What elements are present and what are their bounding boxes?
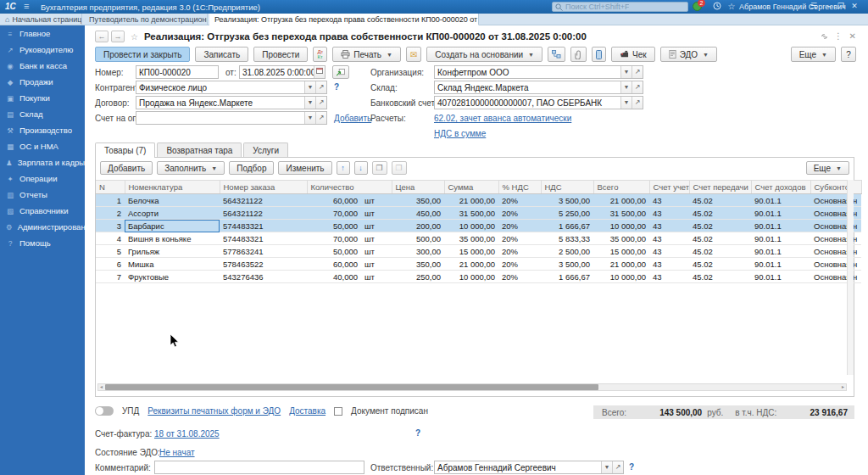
document-more-button[interactable]: Еще▼: [791, 47, 836, 62]
cell-total[interactable]: 21 000,00: [593, 258, 649, 271]
column-header[interactable]: Цена: [392, 181, 444, 194]
cell-subconto[interactable]: Основная н: [810, 271, 861, 283]
cell-vat_rate[interactable]: 20%: [498, 232, 541, 245]
sidebar-item-cash[interactable]: ◉Банк и касса: [0, 58, 85, 74]
cell-unit[interactable]: шт: [361, 220, 392, 232]
cell-name[interactable]: Вишня в коньяке: [125, 232, 220, 245]
cell-price[interactable]: 450,00: [392, 207, 444, 220]
cell-n[interactable]: 4: [96, 232, 125, 245]
cell-unit[interactable]: шт: [361, 232, 392, 245]
responsible-field[interactable]: Абрамов Геннадий Сергеевич ▼ ↗: [434, 461, 624, 474]
cell-qty[interactable]: 60,000: [307, 194, 361, 207]
cell-unit[interactable]: шт: [361, 258, 392, 271]
scrollbar-thumb[interactable]: [105, 384, 598, 390]
cell-income_account[interactable]: 90.01.1: [751, 245, 810, 258]
cell-income_account[interactable]: 90.01.1: [751, 220, 810, 232]
open-icon[interactable]: ↗: [632, 66, 643, 78]
cell-n[interactable]: 3: [96, 220, 125, 232]
item-tab[interactable]: Товары (7): [95, 142, 155, 158]
column-header[interactable]: % НДС: [498, 181, 541, 194]
table-more-button[interactable]: Еще▼: [806, 161, 849, 175]
cell-vat_rate[interactable]: 20%: [498, 207, 541, 220]
sidebar-item-reports[interactable]: ▥Отчеты: [0, 187, 85, 203]
cell-total[interactable]: 35 000,00: [593, 232, 649, 245]
service-menu-icon[interactable]: ☴: [809, 1, 819, 12]
item-tab[interactable]: Возвратная тара: [157, 142, 242, 158]
open-icon[interactable]: ↗: [612, 461, 623, 473]
edo-button[interactable]: ЭДО▼: [660, 47, 717, 62]
dropdown-icon[interactable]: ▼: [601, 461, 612, 473]
cell-price[interactable]: 500,00: [392, 232, 444, 245]
cell-sum[interactable]: 21 000,00: [444, 194, 498, 207]
dropdown-icon[interactable]: ▼: [304, 81, 315, 93]
delivery-link[interactable]: Доставка: [289, 406, 326, 416]
cell-n[interactable]: 1: [96, 194, 125, 207]
cell-price[interactable]: 300,00: [392, 245, 444, 258]
sidebar-item-sales[interactable]: ◆Продажи: [0, 74, 85, 90]
global-search-input[interactable]: Поиск Ctrl+Shift+F: [552, 2, 688, 12]
copy-icon[interactable]: ❐: [372, 161, 387, 175]
open-icon[interactable]: ↗: [315, 112, 326, 124]
vertical-scrollbar[interactable]: [847, 180, 854, 375]
open-icon[interactable]: ↗: [632, 97, 643, 109]
responsible-help-icon[interactable]: ?: [629, 462, 634, 472]
add-invoice-link[interactable]: Добавить: [334, 114, 371, 123]
table-fill-button[interactable]: Заполнить▼: [157, 161, 225, 175]
cell-qty[interactable]: 40,000: [307, 271, 361, 283]
sidebar-item-help[interactable]: ?Помощь: [0, 235, 85, 251]
close-window-button[interactable]: ✕: [849, 1, 860, 12]
cell-subconto[interactable]: Основная н: [810, 258, 861, 271]
cell-order[interactable]: 577863241: [220, 245, 307, 258]
cell-vat_rate[interactable]: 20%: [498, 220, 541, 232]
cell-subconto[interactable]: Основная н: [810, 194, 861, 207]
save-button[interactable]: Записать: [195, 47, 248, 62]
sidebar-item-production[interactable]: ⚒Производство: [0, 122, 85, 138]
cell-income_account[interactable]: 90.01.1: [751, 271, 810, 283]
cell-transfer_account[interactable]: 45.02: [689, 245, 751, 258]
cell-n[interactable]: 2: [96, 207, 125, 220]
table-row[interactable]: 4Вишня в коньяке57448332170,000шт500,003…: [96, 232, 861, 245]
warehouse-field[interactable]: Склад Яндекс.Маркета ▼ ↗: [434, 81, 643, 94]
table-row[interactable]: 6Мишка57846352260,000шт350,0021 000,0020…: [96, 258, 861, 271]
scroll-right-icon[interactable]: ▸: [840, 384, 846, 390]
scroll-left-icon[interactable]: ◂: [98, 384, 104, 390]
forward-button[interactable]: →: [111, 31, 125, 42]
sidebar-item-catalogs[interactable]: ▧Справочники: [0, 203, 85, 219]
cell-order[interactable]: 578463522: [220, 258, 307, 271]
table-row[interactable]: 2Ассорти56432112270,000шт450,0031 500,00…: [96, 207, 861, 220]
cell-name[interactable]: Грильяж: [125, 245, 220, 258]
cell-total[interactable]: 21 000,00: [593, 194, 649, 207]
favorite-star-icon[interactable]: ☆: [131, 32, 138, 42]
cell-name[interactable]: Белочка: [125, 194, 220, 207]
upd-toggle[interactable]: [95, 406, 114, 416]
cell-vat[interactable]: 3 500,00: [541, 194, 593, 207]
sidebar-item-warehouse[interactable]: ▤Склад: [0, 106, 85, 122]
print-button[interactable]: Печать▼: [332, 47, 401, 62]
sidebar-item-purchases[interactable]: ▣Покупки: [0, 90, 85, 106]
check-receipt-button[interactable]: Чек: [611, 47, 655, 62]
more-dots-icon[interactable]: ⋮: [834, 31, 843, 41]
open-icon[interactable]: ↗: [315, 81, 326, 93]
cell-total[interactable]: 10 000,00: [593, 220, 649, 232]
send-email-button[interactable]: ✉: [406, 47, 421, 62]
cell-total[interactable]: 31 500,00: [593, 207, 649, 220]
column-header[interactable]: Номер заказа: [220, 181, 307, 194]
cell-order[interactable]: 564321122: [220, 207, 307, 220]
cell-vat_rate[interactable]: 20%: [498, 271, 541, 283]
sidebar-item-hr[interactable]: ♟Зарплата и кадры: [0, 154, 85, 170]
cell-sum[interactable]: 10 000,00: [444, 271, 498, 283]
cell-vat_rate[interactable]: 20%: [498, 245, 541, 258]
column-header[interactable]: Субконто: [810, 181, 861, 194]
table-row[interactable]: 5Грильяж57786324150,000шт300,0015 000,00…: [96, 245, 861, 258]
cell-vat_rate[interactable]: 20%: [498, 194, 541, 207]
cell-subconto[interactable]: Основная н: [810, 232, 861, 245]
document-signed-checkbox[interactable]: [334, 407, 342, 416]
organization-field[interactable]: Конфетпром ООО ▼ ↗: [434, 65, 643, 79]
window-tab[interactable]: ⌂Начальная страница: [0, 14, 82, 25]
cell-name[interactable]: Ассорти: [125, 207, 220, 220]
cell-vat[interactable]: 3 500,00: [541, 258, 593, 271]
cell-account[interactable]: 43: [649, 194, 689, 207]
cell-n[interactable]: 6: [96, 258, 125, 271]
cell-transfer_account[interactable]: 45.02: [689, 207, 751, 220]
cell-transfer_account[interactable]: 45.02: [689, 194, 751, 207]
